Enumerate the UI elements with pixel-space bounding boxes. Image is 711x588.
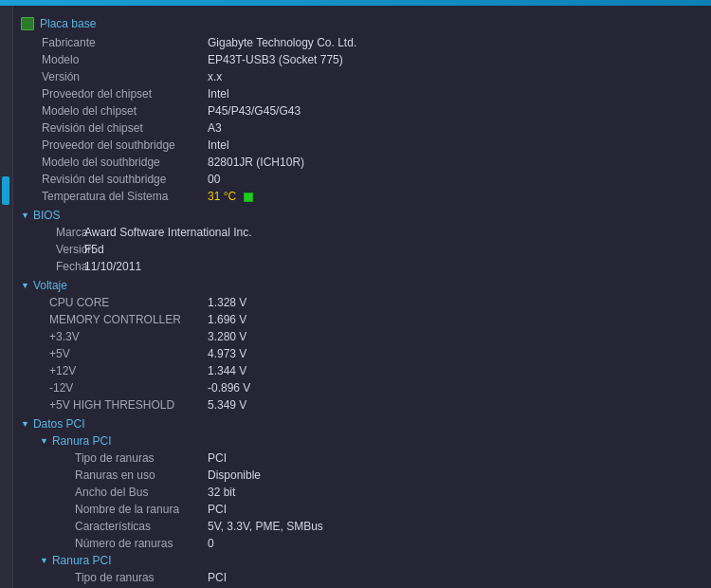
bios-value: 11/10/2011 <box>84 259 141 274</box>
bios-label: Versión <box>23 242 84 257</box>
window-area: Placa base Fabricante Gigabyte Technolog… <box>0 6 711 588</box>
motherboard-section-header[interactable]: Placa base <box>13 13 711 34</box>
table-row: Revisión del southbridge 00 <box>23 171 702 188</box>
voltage-label: CPU CORE <box>23 295 208 310</box>
table-row: Tipo de ranuras PCI <box>23 450 702 467</box>
pci-label: Ranuras en uso <box>23 468 208 483</box>
motherboard-icon-wrapper <box>21 17 34 30</box>
motherboard-info-table: Fabricante Gigabyte Technology Co. Ltd. … <box>13 34 711 205</box>
table-row: Fecha 11/10/2011 <box>23 258 702 275</box>
pci-value: PCI <box>208 570 227 585</box>
voltage-value: 1.696 V <box>208 312 246 327</box>
field-value: Intel <box>208 86 702 101</box>
bios-value: F5d <box>84 242 104 257</box>
datos-pci-subsection: ▼ Datos PCI ▼ Ranura PCI Tipo de ranuras… <box>13 415 711 588</box>
pci-slot-2-arrow-icon: ▼ <box>40 556 48 565</box>
pci-label: Nombre de la ranura <box>23 502 208 517</box>
field-label: Proveedor del southbridge <box>23 138 208 153</box>
field-label: Proveedor del chipset <box>23 86 208 101</box>
sidebar-indicator <box>2 176 9 205</box>
table-row: Características 5V, 3.3V, PME, SMBus <box>23 518 702 535</box>
voltage-value: 1.344 V <box>208 363 246 378</box>
voltage-label: +3.3V <box>23 329 208 344</box>
field-value-temp: 31 °C <box>208 189 702 204</box>
table-row: CPU CORE 1.328 V <box>23 294 702 311</box>
temp-value: 31 °C <box>208 190 236 203</box>
field-label: Modelo del southbridge <box>23 155 208 170</box>
table-row: Proveedor del southbridge Intel <box>23 137 702 154</box>
field-label: Revisión del southbridge <box>23 172 208 187</box>
voltaje-header[interactable]: ▼ Voltaje <box>13 277 711 294</box>
bios-label: Marca <box>23 225 84 240</box>
field-value: Gigabyte Technology Co. Ltd. <box>208 35 702 50</box>
pci-value: PCI <box>208 502 227 517</box>
field-label: Modelo <box>23 52 208 67</box>
pci-label: Tipo de ranuras <box>23 450 208 466</box>
pci-slot-2-header[interactable]: ▼ Ranura PCI <box>23 552 702 569</box>
field-label: Temperatura del Sistema <box>23 189 208 204</box>
voltaje-subsection: ▼ Voltaje CPU CORE 1.328 V MEMORY CONTRO… <box>13 277 711 413</box>
table-row: Versión F5d <box>23 241 702 258</box>
bios-arrow-icon: ▼ <box>21 211 29 220</box>
voltage-label: -12V <box>23 380 208 395</box>
voltage-value: 5.349 V <box>208 397 246 413</box>
pci-value: 0 <box>208 536 214 551</box>
pci-slot-1-title: Ranura PCI <box>52 434 112 448</box>
voltage-rows: CPU CORE 1.328 V MEMORY CONTROLLER 1.696… <box>13 294 711 413</box>
table-row: Tipo de ranuras PCI <box>23 569 702 586</box>
voltage-value: 3.280 V <box>208 329 246 344</box>
table-row: +5V HIGH THRESHOLD 5.349 V <box>23 396 702 413</box>
bios-rows: Marca Award Software International Inc. … <box>13 224 711 275</box>
field-value: P45/P43/G45/G43 <box>208 103 702 119</box>
table-row: Temperatura del Sistema 31 °C <box>23 188 702 205</box>
table-row: Ancho del Bus 32 bit <box>23 484 702 501</box>
voltage-label: MEMORY CONTROLLER <box>23 312 208 327</box>
bios-value: Award Software International Inc. <box>84 225 252 240</box>
bios-header[interactable]: ▼ BIOS <box>13 207 711 224</box>
voltaje-arrow-icon: ▼ <box>21 281 29 290</box>
table-row: Ranuras en uso Disponible <box>23 467 702 484</box>
pci-slot-2: ▼ Ranura PCI Tipo de ranuras PCI Ranuras… <box>13 552 711 588</box>
table-row: Fabricante Gigabyte Technology Co. Ltd. <box>23 34 702 51</box>
voltage-label: +5V HIGH THRESHOLD <box>23 397 208 413</box>
sidebar <box>0 6 13 588</box>
table-row: Revisión del chipset A3 <box>23 119 702 137</box>
pci-label: Número de ranuras <box>23 536 208 551</box>
field-label: Revisión del chipset <box>23 120 208 136</box>
pci-value: 32 bit <box>208 485 235 500</box>
datos-pci-arrow-icon: ▼ <box>21 419 29 429</box>
field-label: Versión <box>23 69 208 84</box>
table-row: -12V -0.896 V <box>23 379 702 396</box>
datos-pci-title: Datos PCI <box>33 417 85 431</box>
voltage-label: +5V <box>23 346 208 361</box>
table-row: Modelo EP43T-USB3 (Socket 775) <box>23 51 702 68</box>
temp-indicator-icon <box>244 193 253 202</box>
pci-label: Tipo de ranuras <box>23 570 208 585</box>
table-row: Proveedor del chipset Intel <box>23 85 702 102</box>
pci-label: Ancho del Bus <box>23 485 208 500</box>
pci-slot-1-arrow-icon: ▼ <box>40 436 48 446</box>
table-row: +3.3V 3.280 V <box>23 328 702 345</box>
table-row: +5V 4.973 V <box>23 345 702 362</box>
field-value: 00 <box>208 172 702 187</box>
datos-pci-header[interactable]: ▼ Datos PCI <box>13 415 711 432</box>
table-row: Versión x.x <box>23 68 702 85</box>
table-row: Nombre de la ranura PCI <box>23 501 702 518</box>
pci-label: Características <box>23 519 208 534</box>
pci-slot-1-header[interactable]: ▼ Ranura PCI <box>23 432 702 450</box>
pci-value: 5V, 3.3V, PME, SMBus <box>208 519 323 534</box>
field-value: EP43T-USB3 (Socket 775) <box>208 52 702 67</box>
voltage-label: +12V <box>23 363 208 378</box>
bios-title: BIOS <box>33 209 61 222</box>
field-value: A3 <box>208 120 702 136</box>
table-row: MEMORY CONTROLLER 1.696 V <box>23 311 702 328</box>
motherboard-title: Placa base <box>40 17 96 30</box>
table-row: Modelo del chipset P45/P43/G45/G43 <box>23 102 702 119</box>
pci-value: Disponible <box>208 468 261 483</box>
table-row: Modelo del southbridge 82801JR (ICH10R) <box>23 154 702 171</box>
field-label: Fabricante <box>23 35 208 50</box>
pci-slot-1: ▼ Ranura PCI Tipo de ranuras PCI Ranuras… <box>13 432 711 552</box>
field-value: Intel <box>208 138 702 153</box>
voltaje-title: Voltaje <box>33 279 67 292</box>
main-content: Placa base Fabricante Gigabyte Technolog… <box>13 6 711 588</box>
